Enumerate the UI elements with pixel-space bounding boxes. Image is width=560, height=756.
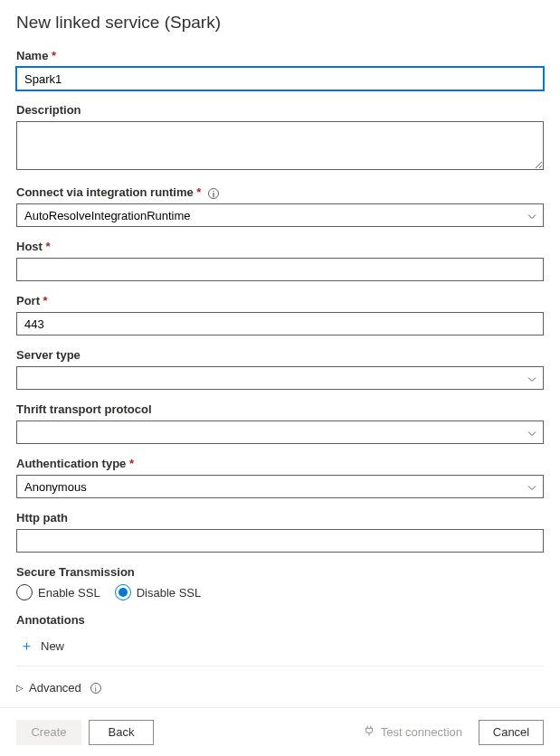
enable-ssl-radio[interactable]: Enable SSL	[16, 584, 100, 600]
cancel-button[interactable]: Cancel	[479, 720, 544, 745]
name-input[interactable]	[16, 67, 544, 90]
thrift-select[interactable]	[16, 421, 544, 444]
auth-type-label: Authentication type	[16, 457, 544, 470]
radio-icon	[16, 584, 33, 600]
advanced-toggle[interactable]: ▷ Advanced i	[16, 679, 544, 696]
new-annotation-label: New	[41, 639, 64, 653]
info-icon[interactable]: i	[208, 188, 219, 199]
disable-ssl-label: Disable SSL	[137, 586, 202, 600]
secure-transmission-radio-group: Enable SSL Disable SSL	[16, 584, 544, 600]
description-label: Description	[16, 103, 544, 117]
runtime-label: Connect via integration runtime i	[16, 185, 544, 199]
http-path-label: Http path	[16, 511, 544, 524]
runtime-select[interactable]	[16, 203, 544, 227]
divider	[16, 666, 544, 666]
advanced-label: Advanced	[29, 681, 81, 695]
footer: Create Back Test connection Cancel	[0, 707, 560, 756]
host-input[interactable]	[16, 258, 544, 281]
port-label: Port	[16, 294, 544, 307]
add-annotation-button[interactable]: ＋ New	[16, 632, 544, 660]
plus-icon: ＋	[20, 638, 33, 655]
server-type-select[interactable]	[16, 366, 544, 390]
radio-icon	[115, 584, 131, 600]
page-title: New linked service (Spark)	[16, 13, 544, 33]
plug-icon	[363, 724, 375, 740]
port-input[interactable]	[16, 312, 544, 335]
description-input[interactable]	[16, 121, 544, 170]
auth-type-select[interactable]	[16, 475, 544, 498]
secure-transmission-label: Secure Transmission	[16, 565, 544, 579]
disable-ssl-radio[interactable]: Disable SSL	[115, 584, 202, 600]
test-connection-button[interactable]: Test connection	[363, 724, 462, 740]
host-label: Host	[16, 240, 544, 253]
thrift-label: Thrift transport protocol	[16, 402, 544, 416]
caret-right-icon: ▷	[16, 683, 24, 693]
enable-ssl-label: Enable SSL	[38, 586, 100, 600]
create-button[interactable]: Create	[16, 720, 81, 745]
info-icon[interactable]: i	[90, 683, 101, 694]
http-path-input[interactable]	[16, 529, 544, 553]
name-label: Name	[16, 49, 544, 62]
server-type-label: Server type	[16, 348, 544, 362]
annotations-label: Annotations	[16, 613, 544, 627]
back-button[interactable]: Back	[89, 720, 154, 745]
test-connection-label: Test connection	[381, 725, 462, 739]
